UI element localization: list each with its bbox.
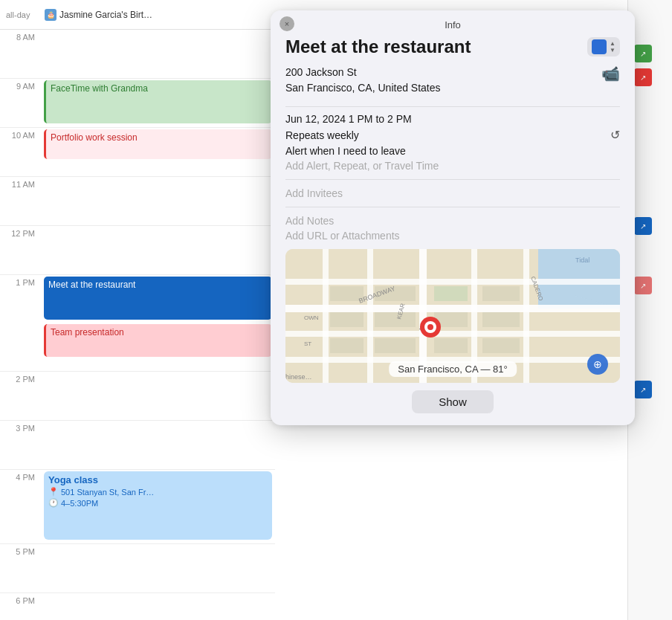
add-alert-row[interactable]: Add Alert, Repeat, or Travel Time: [285, 160, 620, 172]
time-row-6pm: 6 PM: [0, 593, 275, 620]
time-row-1pm: 1 PM Meet at the restaurant Team present…: [0, 275, 275, 372]
section-divider-1: [285, 179, 620, 180]
event-title: Meet at the restaurant: [285, 36, 471, 57]
birthday-icon: 🎂: [45, 9, 56, 21]
time-content-12pm: [41, 226, 275, 274]
time-row-4pm: 4 PM Yoga class 📍 501 Stanyan St, San Fr…: [0, 470, 275, 544]
svg-rect-16: [330, 338, 364, 353]
map-location-label: San Francisco, CA — 81°: [389, 361, 517, 377]
svg-rect-21: [482, 286, 520, 301]
time-row-10am: 10 AM Portfolio work session: [0, 128, 275, 177]
svg-text:⊕: ⊕: [593, 358, 602, 370]
section-divider-2: [285, 207, 620, 207]
yoga-event[interactable]: Yoga class 📍 501 Stanyan St, San Fr… 🕐 4…: [44, 471, 272, 540]
time-content-1pm: Meet at the restaurant Team presentation: [41, 275, 275, 371]
time-content-9am: FaceTime with Grandma: [41, 79, 275, 127]
svg-text:OWN: OWN: [304, 314, 319, 321]
time-row-2pm: 2 PM: [0, 372, 275, 421]
time-content-3pm: [41, 421, 275, 469]
yoga-title: Yoga class: [48, 474, 268, 485]
time-row-12pm: 12 PM: [0, 226, 275, 275]
repeat-text: Repeats weekly: [285, 129, 359, 141]
svg-rect-23: [434, 338, 468, 353]
svg-point-34: [427, 324, 433, 330]
portfolio-event[interactable]: Portfolio work session: [44, 129, 272, 159]
svg-rect-20: [482, 312, 520, 327]
right-event-3: ↗: [634, 217, 652, 235]
svg-text:hinese…: hinese…: [285, 373, 312, 381]
time-row-5pm: 5 PM: [0, 544, 275, 593]
time-content-4pm: Yoga class 📍 501 Stanyan St, San Fr… 🕐 4…: [41, 470, 275, 543]
svg-text:Tidal: Tidal: [575, 256, 589, 264]
svg-rect-11: [523, 249, 529, 383]
svg-rect-17: [375, 338, 416, 353]
add-invitees-row[interactable]: Add Invitees: [285, 187, 620, 199]
svg-rect-15: [375, 312, 416, 327]
chevron-updown-icon: ▲ ▼: [610, 41, 616, 54]
allday-event-title: Jasmine Garcia's Birt…: [59, 10, 152, 20]
color-picker[interactable]: ▲ ▼: [587, 37, 620, 56]
right-event-4: ↗: [634, 277, 652, 294]
location-text: 200 Jackson St San Francisco, CA, United…: [285, 65, 441, 96]
location-icon: 📍: [48, 487, 59, 497]
close-button[interactable]: ×: [280, 16, 294, 31]
time-content-11am: [41, 177, 275, 225]
add-notes-row[interactable]: Add Notes: [285, 215, 620, 227]
time-content-2pm: [41, 372, 275, 420]
svg-rect-14: [330, 312, 364, 327]
close-icon: ×: [285, 19, 289, 28]
time-label-5pm: 5 PM: [0, 544, 41, 592]
svg-rect-7: [323, 249, 329, 383]
video-icon[interactable]: 📹: [601, 65, 620, 83]
time-slots: 8 AM 9 AM FaceTime with Grandma 10 AM Po…: [0, 30, 275, 620]
time-label-8am: 8 AM: [0, 30, 41, 78]
svg-rect-4: [285, 305, 620, 312]
event-title-row: Meet at the restaurant ▲ ▼: [285, 36, 620, 57]
time-label-11am: 11 AM: [0, 177, 41, 225]
right-event-2: ↗: [634, 68, 652, 86]
time-label-1pm: 1 PM: [0, 275, 41, 371]
time-row-9am: 9 AM FaceTime with Grandma: [0, 79, 275, 128]
divider-1: [285, 106, 620, 107]
time-label-6pm: 6 PM: [0, 593, 41, 620]
info-popup: × Info Meet at the restaurant ▲ ▼ 200 Ja…: [271, 10, 635, 425]
facetime-event[interactable]: FaceTime with Grandma: [44, 80, 272, 123]
time-row-11am: 11 AM: [0, 177, 275, 226]
right-event-5: ↗: [634, 381, 652, 398]
allday-row: all-day 🎂 Jasmine Garcia's Birt…: [0, 0, 275, 30]
time-label-12pm: 12 PM: [0, 226, 41, 274]
time-content-5pm: [41, 544, 275, 592]
time-label-2pm: 2 PM: [0, 372, 41, 420]
svg-text:ST: ST: [304, 340, 311, 347]
popup-body: Meet at the restaurant ▲ ▼ 200 Jackson S…: [271, 36, 635, 242]
svg-rect-3: [285, 279, 620, 285]
time-row-3pm: 3 PM: [0, 421, 275, 470]
address-line2: San Francisco, CA, United States: [285, 80, 441, 96]
location-row: 200 Jackson St San Francisco, CA, United…: [285, 65, 620, 96]
popup-header: × Info: [271, 10, 635, 36]
right-event-1: ↗: [634, 45, 652, 62]
time-content-10am: Portfolio work session: [41, 128, 275, 176]
date-row: Jun 12, 2024 1 PM to 2 PM: [285, 113, 620, 125]
allday-event[interactable]: 🎂 Jasmine Garcia's Birt…: [45, 9, 152, 21]
svg-rect-8: [367, 249, 373, 383]
time-row-8am: 8 AM: [0, 30, 275, 79]
alert-row: Alert when I need to leave: [285, 145, 620, 157]
svg-rect-5: [285, 331, 620, 337]
show-button[interactable]: Show: [412, 390, 494, 413]
repeat-icon: ↺: [610, 128, 620, 142]
allday-label: all-day: [0, 10, 45, 19]
svg-rect-18: [434, 286, 468, 301]
restaurant-event[interactable]: Meet at the restaurant: [44, 277, 272, 320]
team-event[interactable]: Team presentation: [44, 324, 272, 357]
repeat-row: Repeats weekly ↺: [285, 128, 620, 142]
popup-header-title: Info: [445, 19, 461, 30]
time-label-3pm: 3 PM: [0, 421, 41, 469]
add-url-row[interactable]: Add URL or Attachments: [285, 230, 620, 242]
address-line1: 200 Jackson St: [285, 65, 441, 80]
svg-rect-22: [482, 338, 520, 353]
yoga-address: 📍 501 Stanyan St, San Fr…: [48, 487, 268, 497]
time-label-9am: 9 AM: [0, 79, 41, 127]
time-label-10am: 10 AM: [0, 128, 41, 176]
map-container[interactable]: BROADWAY CADERO OWN ST KEAR N hinese… Ti…: [285, 249, 620, 383]
